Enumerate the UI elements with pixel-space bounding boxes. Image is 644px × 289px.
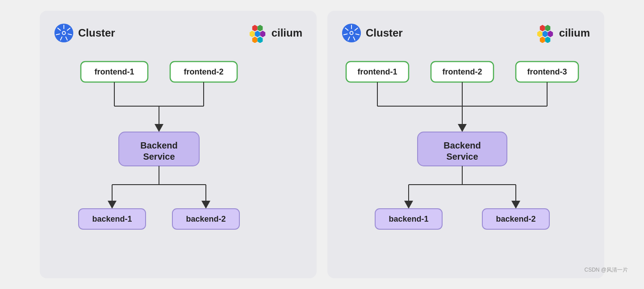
- cilium-icon-right: [536, 23, 556, 43]
- left-diagram-svg: frontend-1 frontend-2 Backend Service: [54, 57, 302, 262]
- svg-rect-42: [351, 25, 352, 29]
- svg-text:frontend-1: frontend-1: [95, 67, 134, 76]
- svg-text:backend-1: backend-1: [92, 215, 132, 223]
- watermark: CSDN @风清一片: [584, 266, 628, 274]
- svg-text:Service: Service: [143, 152, 175, 161]
- svg-text:Service: Service: [446, 152, 478, 161]
- svg-marker-77: [404, 201, 413, 209]
- cilium-icon-left: [248, 23, 268, 43]
- svg-marker-13: [250, 31, 255, 37]
- svg-marker-55: [548, 31, 553, 37]
- kubernetes-icon-left: [54, 23, 74, 43]
- diagram-left-header: Cluster cilium: [54, 23, 302, 43]
- svg-marker-56: [539, 37, 545, 43]
- svg-marker-52: [545, 25, 550, 32]
- cilium-text-right: cilium: [559, 27, 590, 39]
- svg-marker-26: [155, 124, 163, 132]
- svg-text:Backend: Backend: [443, 140, 481, 150]
- right-diagram-svg: frontend-1 frontend-2 frontend-3 Backend…: [342, 57, 590, 262]
- cluster-label-right: Cluster: [342, 23, 403, 43]
- svg-marker-14: [255, 31, 260, 37]
- svg-marker-53: [537, 31, 543, 37]
- svg-text:frontend-3: frontend-3: [527, 67, 567, 76]
- svg-text:backend-2: backend-2: [496, 215, 535, 223]
- svg-marker-54: [542, 31, 548, 37]
- svg-marker-15: [260, 31, 265, 37]
- diagram-right-header: Cluster cilium: [342, 23, 590, 43]
- svg-marker-16: [252, 37, 257, 43]
- svg-marker-35: [201, 201, 210, 209]
- cluster-text-left: Cluster: [78, 27, 115, 39]
- svg-text:frontend-2: frontend-2: [184, 67, 224, 76]
- svg-text:backend-2: backend-2: [186, 215, 226, 223]
- svg-marker-11: [252, 25, 257, 32]
- diagram-right: Cluster cilium frontend-1: [327, 11, 604, 278]
- svg-marker-78: [511, 201, 520, 209]
- svg-marker-51: [539, 25, 545, 32]
- svg-point-10: [63, 32, 65, 34]
- kubernetes-icon-right: [342, 23, 361, 43]
- cilium-text-left: cilium: [272, 27, 302, 39]
- svg-marker-17: [257, 37, 263, 43]
- page-container: Cluster cilium: [9, 11, 635, 278]
- svg-text:frontend-1: frontend-1: [358, 67, 397, 76]
- svg-text:frontend-2: frontend-2: [443, 67, 482, 76]
- svg-text:Backend: Backend: [140, 140, 177, 150]
- cilium-label-right: cilium: [536, 23, 590, 43]
- svg-point-50: [350, 32, 352, 34]
- cluster-label-left: Cluster: [54, 23, 115, 43]
- svg-marker-12: [257, 25, 263, 32]
- cluster-text-right: Cluster: [366, 27, 403, 39]
- cilium-label-left: cilium: [248, 23, 302, 43]
- svg-text:backend-1: backend-1: [389, 215, 428, 223]
- diagram-left: Cluster cilium: [40, 11, 317, 278]
- svg-marker-69: [458, 124, 467, 132]
- svg-marker-57: [545, 37, 550, 43]
- svg-marker-34: [108, 201, 117, 209]
- svg-rect-2: [63, 25, 64, 29]
